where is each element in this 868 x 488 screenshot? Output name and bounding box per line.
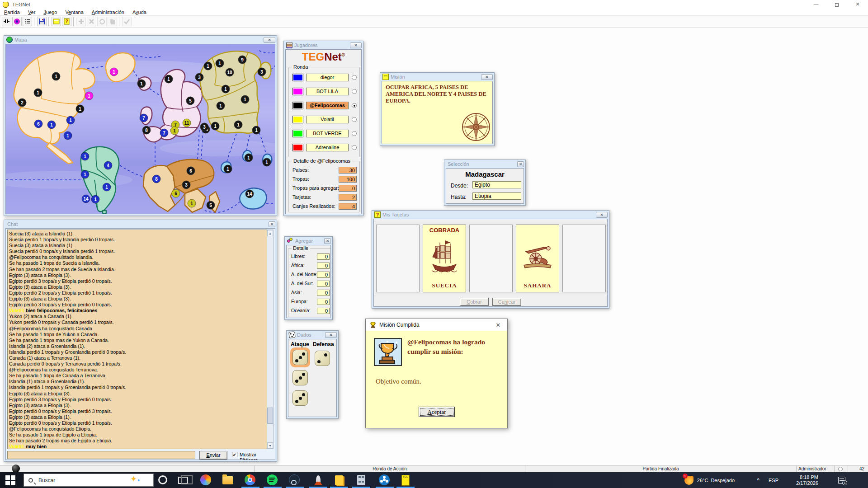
world-map[interactable]: 1121116111115777118131110911110313111411… <box>6 44 275 214</box>
close-button[interactable]: ✕ <box>847 0 868 9</box>
territory-army-black[interactable]: 3 <box>200 123 208 131</box>
territory-army-yellow[interactable]: 6 <box>172 189 180 197</box>
territory-army-blue[interactable]: 1 <box>103 183 111 191</box>
chat-input[interactable] <box>7 451 195 459</box>
file-explorer-icon[interactable] <box>222 474 234 486</box>
territory-army-black[interactable]: 1 <box>263 158 271 166</box>
territory-army-blue[interactable]: 1 <box>66 116 75 124</box>
territory-army-black[interactable]: 1 <box>76 105 84 113</box>
territory-army-black[interactable]: 1 <box>217 102 225 110</box>
bitacora-checkbox[interactable]: ✔ <box>232 452 237 457</box>
copilot-icon[interactable] <box>200 474 212 486</box>
card-suecia[interactable]: COBRADASUECIA <box>423 225 466 292</box>
cards-window-titlebar[interactable]: ? Mis Tarjetas ✕ <box>373 211 608 219</box>
network-disc-icon[interactable] <box>12 17 22 26</box>
territory-army-black[interactable]: 1 <box>216 59 224 67</box>
restore-button[interactable] <box>826 0 847 9</box>
player-radio[interactable] <box>352 145 357 150</box>
menu-juego[interactable]: Juego <box>39 9 61 15</box>
territory-army-blue[interactable]: 1 <box>64 131 72 140</box>
map-close-icon[interactable]: ✕ <box>264 37 275 43</box>
copilot-sparkle-icon[interactable]: ✦✦ <box>130 474 141 484</box>
player-name[interactable]: Adrenaline <box>306 144 349 151</box>
window-icon[interactable] <box>52 17 61 26</box>
territory-army-black[interactable]: 1 <box>222 85 230 93</box>
dice-window-titlebar[interactable]: Dados ✕ <box>288 331 337 339</box>
menu-ayuda[interactable]: Ayuda <box>128 9 151 15</box>
territory-army-magenta[interactable]: 1 <box>110 68 118 76</box>
player-name[interactable]: @Felipocomas <box>306 102 349 109</box>
player-name[interactable]: Volatil <box>306 116 349 123</box>
territory-army-black[interactable]: 5 <box>186 97 194 105</box>
player-radio[interactable] <box>352 131 357 136</box>
menu-administracin[interactable]: Administración <box>88 9 128 15</box>
territory-army-magenta[interactable]: 1 <box>85 92 93 100</box>
territory-army-blue[interactable]: 1 <box>81 170 89 178</box>
territory-army-blue[interactable]: 8 <box>152 175 160 183</box>
territory-army-black[interactable]: 1 <box>165 75 173 83</box>
ring-app-icon[interactable] <box>157 474 169 486</box>
chrome-icon[interactable] <box>245 474 256 486</box>
territory-army-black[interactable]: 3 <box>182 181 190 189</box>
territory-army-black[interactable]: 1 <box>34 89 42 97</box>
players-close-icon[interactable]: ✕ <box>350 42 362 48</box>
player-name[interactable]: BOT VERDE <box>306 130 349 137</box>
territory-army-black[interactable]: 14 <box>245 190 254 198</box>
clock-widget[interactable]: 8:18 PM2/17/2026 <box>796 472 818 488</box>
territory-army-black[interactable]: 2 <box>18 99 26 107</box>
connect-icon[interactable] <box>2 17 11 26</box>
add-close-icon[interactable]: ✕ <box>324 238 331 244</box>
calculator-icon[interactable] <box>355 474 367 486</box>
player-name[interactable]: diegor <box>306 74 349 81</box>
territory-army-black[interactable]: 1 <box>252 126 260 134</box>
send-button[interactable]: Enviar <box>199 451 227 460</box>
territory-army-black[interactable]: 1 <box>241 95 249 103</box>
territory-army-blue[interactable]: 4 <box>104 161 112 169</box>
player-radio[interactable] <box>352 103 357 108</box>
territory-army-black[interactable]: 1 <box>245 154 253 162</box>
territory-army-black[interactable]: 10 <box>226 68 234 76</box>
territory-army-blue[interactable]: 1 <box>47 121 56 129</box>
menu-ventana[interactable]: Ventana <box>61 9 87 15</box>
territory-army-blue[interactable]: 14 <box>82 195 90 203</box>
add-window-titlebar[interactable]: Agregar ✕ <box>286 237 331 245</box>
chat-close-icon[interactable]: ✕ <box>269 221 275 227</box>
territory-army-black[interactable]: 5 <box>207 201 215 209</box>
to-field[interactable]: Etiopia <box>472 192 521 200</box>
notification-center[interactable]: 1 <box>838 472 845 488</box>
game-app-icon[interactable] <box>379 474 391 486</box>
save-icon[interactable] <box>37 17 47 26</box>
map-window-titlebar[interactable]: Mapa ✕ <box>5 36 275 44</box>
cards-close-icon[interactable]: ✕ <box>596 212 608 218</box>
territory-army-black[interactable]: 1 <box>234 121 242 129</box>
scroll-up-icon[interactable]: ▲ <box>267 230 273 236</box>
start-button[interactable] <box>5 475 15 485</box>
card-sahara[interactable]: SAHARA <box>516 225 559 292</box>
territory-army-black[interactable]: 6 <box>187 167 195 175</box>
territory-army-black[interactable]: 3 <box>195 73 203 81</box>
territory-army-yellow[interactable]: 11 <box>183 119 191 127</box>
territory-army-yellow[interactable]: 1 <box>170 127 179 135</box>
notes-app-icon[interactable] <box>333 474 345 486</box>
territory-army-blue[interactable]: 7 <box>160 129 168 137</box>
card-slot-empty[interactable] <box>562 225 606 292</box>
rocket-app-icon[interactable] <box>312 474 324 486</box>
language-indicator[interactable]: ESP <box>769 472 778 488</box>
chat-window-titlebar[interactable]: Chat ✕ <box>5 220 275 228</box>
territory-army-black[interactable]: 1 <box>211 122 219 130</box>
steam-icon[interactable] <box>289 474 301 486</box>
menu-partida[interactable]: Partida <box>0 9 24 15</box>
territory-army-black[interactable]: 3 <box>258 68 266 76</box>
mission-window-titlebar[interactable]: Misión ✕ <box>382 73 493 81</box>
territory-army-black[interactable]: 8 <box>142 126 151 134</box>
card-slot-empty[interactable] <box>469 225 513 292</box>
dialog-close-icon[interactable]: ✕ <box>489 322 507 328</box>
map-canvas[interactable]: 1121116111115777118131110911110313111411… <box>5 44 275 214</box>
territory-army-black[interactable]: 1 <box>137 80 146 88</box>
task-view-icon[interactable] <box>178 474 190 486</box>
list-icon[interactable] <box>23 17 32 26</box>
scroll-down-icon[interactable]: ▼ <box>267 442 273 449</box>
help-icon[interactable]: ? <box>62 17 71 26</box>
selection-close-icon[interactable]: ✕ <box>517 161 524 167</box>
territory-army-black[interactable]: 1 <box>204 62 212 70</box>
